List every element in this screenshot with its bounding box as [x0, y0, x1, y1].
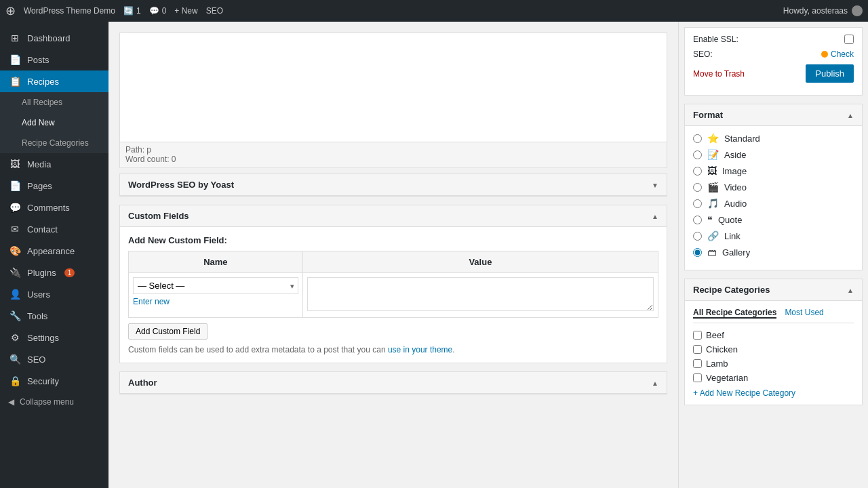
enable-ssl-checkbox[interactable] — [844, 35, 854, 44]
editor-area: Path: p Word count: 0 — [119, 33, 667, 168]
sidebar-label-posts: Posts — [27, 55, 50, 65]
format-header[interactable]: Format — [685, 104, 862, 126]
sidebar-item-media[interactable]: 🖼 Media — [0, 153, 108, 175]
avatar[interactable] — [852, 5, 863, 16]
admin-bar: ⊕ WordPress Theme Demo 🔄 1 💬 0 + New SEO… — [0, 0, 868, 22]
format-link-radio[interactable] — [693, 232, 702, 241]
beef-checkbox[interactable] — [693, 331, 702, 340]
vegetarian-checkbox[interactable] — [693, 373, 702, 382]
publish-button[interactable]: Publish — [806, 64, 854, 83]
format-video: 🎬 Video — [693, 182, 854, 192]
sidebar-item-add-new[interactable]: Add New — [0, 113, 108, 133]
format-standard-radio[interactable] — [693, 134, 702, 143]
format-video-radio[interactable] — [693, 183, 702, 192]
custom-field-select[interactable]: — Select — — [133, 277, 298, 294]
editor-wordcount: Word count: 0 — [125, 155, 661, 164]
comments-item[interactable]: 💬 0 — [149, 6, 167, 16]
author-header[interactable]: Author — [120, 372, 667, 394]
custom-field-value[interactable] — [307, 277, 654, 311]
tab-all-categories[interactable]: All Recipe Categories — [693, 308, 776, 319]
sidebar-item-recipe-categories[interactable]: Recipe Categories — [0, 133, 108, 153]
seo-item[interactable]: SEO — [206, 6, 223, 16]
tab-most-used[interactable]: Most Used — [785, 308, 823, 319]
seo-check-link[interactable]: Check — [831, 49, 854, 59]
publish-box-content: Enable SSL: SEO: Check Move to Trash Pub… — [685, 28, 862, 95]
format-content: ⭐ Standard 📝 Aside 🖼 Image 🎬 Video — [685, 126, 862, 270]
sidebar-item-tools[interactable]: 🔧 Tools — [0, 305, 108, 327]
sidebar-label-dashboard: Dashboard — [27, 33, 71, 43]
format-toggle-icon — [847, 110, 854, 120]
sidebar-item-dashboard[interactable]: ⊞ Dashboard — [0, 27, 108, 49]
trash-link[interactable]: Move to Trash — [693, 69, 745, 79]
lamb-checkbox[interactable] — [693, 359, 702, 368]
sidebar-item-appearance[interactable]: 🎨 Appearance — [0, 240, 108, 262]
sidebar-label-users: Users — [27, 289, 50, 300]
recipes-submenu: All Recipes Add New Recipe Categories — [0, 92, 108, 153]
link-icon: 🔗 — [707, 230, 719, 241]
sidebar-item-users[interactable]: 👤 Users — [0, 283, 108, 305]
recipe-categories-content: All Recipe Categories Most Used Beef Chi… — [685, 301, 862, 405]
sidebar-item-all-recipes[interactable]: All Recipes — [0, 92, 108, 113]
sidebar-item-settings[interactable]: ⚙ Settings — [0, 327, 108, 348]
format-quote: ❝ Quote — [693, 214, 854, 225]
updates-item[interactable]: 🔄 1 — [123, 6, 141, 16]
media-icon: 🖼 — [8, 159, 22, 169]
add-recipe-category-link[interactable]: + Add New Recipe Category — [693, 388, 854, 398]
video-icon: 🎬 — [707, 182, 719, 192]
sidebar-item-comments[interactable]: 💬 Comments — [0, 197, 108, 218]
site-name[interactable]: WordPress Theme Demo — [24, 6, 115, 16]
chicken-checkbox[interactable] — [693, 345, 702, 354]
format-standard-label: Standard — [724, 134, 760, 144]
howdy-section: Howdy, aosteraas — [783, 5, 863, 16]
collapse-arrow-icon: ◀ — [8, 397, 14, 407]
sidebar-item-recipes[interactable]: 📋 Recipes — [0, 70, 108, 92]
recipe-categories-box: Recipe Categories All Recipe Categories … — [684, 279, 863, 405]
chicken-label: Chicken — [706, 344, 738, 354]
format-aside-radio[interactable] — [693, 150, 702, 159]
new-item[interactable]: + New — [174, 6, 197, 16]
comments-icon: 💬 — [8, 202, 22, 213]
author-box: Author — [119, 371, 667, 394]
editor-path: Path: p — [125, 145, 661, 155]
collapse-menu[interactable]: ◀ Collapse menu — [0, 392, 108, 412]
format-quote-radio[interactable] — [693, 216, 702, 224]
format-audio-radio[interactable] — [693, 199, 702, 208]
format-image-radio[interactable] — [693, 167, 702, 176]
custom-fields-header[interactable]: Custom Fields — [120, 205, 667, 227]
sidebar: ⊞ Dashboard 📄 Posts 📋 Recipes All Recipe… — [0, 22, 108, 488]
wp-logo-icon[interactable]: ⊕ — [5, 3, 16, 18]
yoast-seo-header[interactable]: WordPress SEO by Yoast — [120, 174, 667, 196]
format-audio: 🎵 Audio — [693, 198, 854, 209]
sidebar-item-seo[interactable]: 🔍 SEO — [0, 348, 108, 370]
format-video-label: Video — [724, 182, 747, 192]
sidebar-item-pages[interactable]: 📄 Pages — [0, 175, 108, 197]
right-panel: Enable SSL: SEO: Check Move to Trash Pub… — [678, 22, 868, 488]
recipes-icon: 📋 — [8, 76, 22, 87]
format-aside-label: Aside — [724, 150, 747, 160]
sidebar-item-security[interactable]: 🔒 Security — [0, 370, 108, 392]
recipe-categories-header[interactable]: Recipe Categories — [685, 279, 862, 301]
format-gallery-radio[interactable] — [693, 248, 702, 257]
sidebar-item-posts[interactable]: 📄 Posts — [0, 49, 108, 70]
standard-icon: ⭐ — [707, 133, 719, 144]
format-link-label: Link — [724, 231, 741, 241]
sidebar-item-plugins[interactable]: 🔌 Plugins 1 — [0, 262, 108, 283]
enter-new-link[interactable]: Enter new — [133, 297, 298, 306]
lamb-label: Lamb — [706, 359, 728, 369]
yoast-seo-box: WordPress SEO by Yoast — [119, 174, 667, 197]
beef-label: Beef — [706, 330, 724, 340]
image-icon: 🖼 — [707, 165, 717, 176]
main-content: Path: p Word count: 0 WordPress SEO by Y… — [108, 22, 678, 488]
appearance-icon: 🎨 — [8, 245, 22, 256]
sidebar-label-seo: SEO — [27, 354, 45, 365]
editor-inner[interactable] — [120, 33, 667, 142]
recipe-categories-label: Recipe Categories — [22, 138, 89, 148]
sidebar-label-settings: Settings — [27, 333, 59, 343]
editor-footer: Path: p Word count: 0 — [120, 142, 667, 167]
list-item: Beef — [693, 330, 854, 340]
sidebar-item-contact[interactable]: ✉ Contact — [0, 218, 108, 240]
author-toggle-icon — [652, 378, 658, 388]
use-in-theme-link[interactable]: use in your theme — [388, 345, 452, 354]
add-custom-field-button[interactable]: Add Custom Field — [128, 323, 208, 340]
add-new-label: Add New — [22, 118, 55, 127]
